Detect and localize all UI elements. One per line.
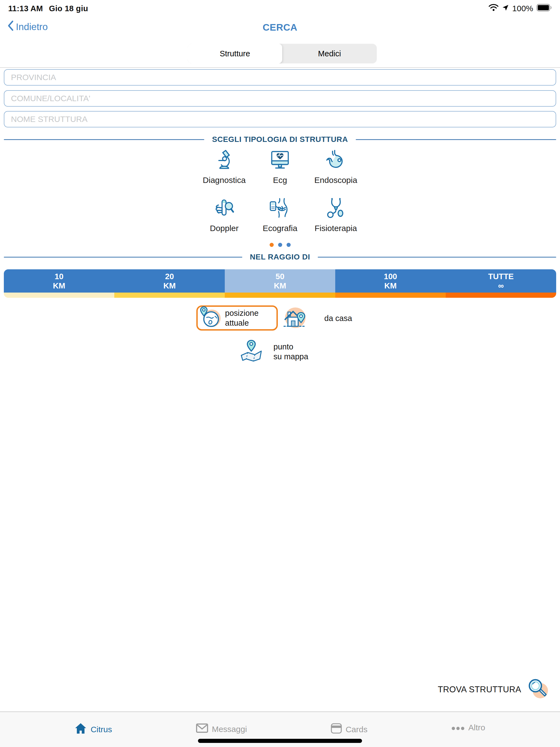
trova-struttura-button[interactable]: TROVA STRUTTURA (438, 677, 549, 702)
type-item-doppler[interactable]: Doppler (196, 196, 252, 233)
radius-value: 20 (165, 272, 174, 281)
ecg-monitor-icon (269, 148, 291, 172)
nav-divider (0, 67, 560, 68)
stethoscope-icon (324, 196, 347, 221)
radius-unit: KM (163, 281, 176, 290)
header-line-right (356, 139, 556, 140)
tab-strutture[interactable]: Strutture (187, 44, 282, 63)
section-header-raggio: NEL RAGGIO DI (4, 253, 556, 261)
type-item-ecografia[interactable]: Ecografia (252, 196, 308, 233)
type-item-endoscopia[interactable]: Endoscopia (308, 148, 364, 185)
da-casa-label: da casa (324, 314, 352, 323)
radius-value: 10 (55, 272, 63, 281)
punto-su-mappa-line1: punto (274, 342, 308, 352)
type-label: Diagnostica (203, 176, 246, 185)
pager-dot (278, 243, 282, 247)
location-option-da-casa[interactable]: da casa (281, 305, 352, 331)
battery-icon (536, 4, 552, 14)
type-item-ecg[interactable]: Ecg (252, 148, 308, 185)
location-arrow-icon (502, 4, 509, 13)
credit-card-icon (331, 723, 342, 736)
type-pager[interactable] (0, 243, 560, 247)
status-bar: 11:13 AM Gio 18 giu 100% (0, 0, 560, 15)
radius-unit: ∞ (498, 281, 504, 290)
radius-option-100km[interactable]: 100 KM (335, 269, 446, 292)
tab-label: Citrus (91, 725, 112, 734)
pager-dot-active (270, 243, 274, 247)
globe-pin-icon (199, 306, 222, 330)
home-icon (75, 723, 87, 736)
radius-value: 100 (384, 272, 397, 281)
type-label: Ecg (273, 176, 287, 185)
header-line-right (318, 257, 556, 258)
location-option-punto-su-mappa[interactable]: punto su mappa (238, 340, 308, 364)
vessel-magnifier-icon (213, 196, 236, 221)
home-indicator[interactable] (198, 739, 362, 743)
type-item-fisioterapia[interactable]: Fisioterapia (308, 196, 364, 233)
tab-label: Altro (468, 723, 485, 732)
provincia-input[interactable] (4, 69, 556, 85)
radius-unit: KM (274, 281, 286, 290)
radius-value: 50 (276, 272, 284, 281)
microscope-icon (213, 148, 236, 172)
page-title: CERCA (0, 22, 560, 33)
section-title-tipologia: SCEGLI TIPOLOGIA DI STRUTTURA (212, 135, 348, 144)
trova-struttura-label: TROVA STRUTTURA (438, 685, 521, 695)
tab-cards[interactable]: Cards (331, 723, 367, 736)
radius-option-20km[interactable]: 20 KM (114, 269, 225, 292)
type-label: Endoscopia (314, 176, 357, 185)
tab-medici[interactable]: Medici (282, 44, 377, 63)
envelope-icon (196, 723, 208, 735)
type-label: Doppler (210, 224, 238, 233)
header-line-left (4, 139, 204, 140)
nome-struttura-input[interactable] (4, 111, 556, 127)
radius-unit: KM (384, 281, 397, 290)
house-pin-icon (281, 305, 308, 331)
magnifier-icon (526, 677, 549, 702)
section-header-tipologia: SCEGLI TIPOLOGIA DI STRUTTURA (4, 135, 556, 144)
posizione-attuale-line2: attuale (225, 318, 259, 328)
type-label: Fisioterapia (314, 224, 357, 233)
tab-messaggi[interactable]: Messaggi (196, 723, 247, 735)
type-grid: Diagnostica Ecg Endoscopia (196, 148, 364, 233)
type-item-diagnostica[interactable]: Diagnostica (196, 148, 252, 185)
radius-value: TUTTE (488, 272, 513, 281)
radius-option-tutte[interactable]: TUTTE ∞ (446, 269, 556, 292)
wifi-icon (488, 4, 499, 14)
radius-option-50km[interactable]: 50 KM (225, 269, 335, 292)
location-option-posizione-attuale[interactable]: posizione attuale (196, 305, 278, 331)
type-label: Ecografia (263, 224, 298, 233)
comune-localita-input[interactable] (4, 90, 556, 107)
radius-color-strip (4, 292, 556, 298)
pager-dot (286, 243, 291, 247)
status-time: 11:13 AM (8, 4, 43, 13)
ultrasound-belly-icon (269, 196, 291, 221)
battery-percent: 100% (512, 4, 533, 13)
map-pin-icon (238, 340, 264, 364)
tab-label: Messaggi (212, 725, 247, 734)
stomach-icon (324, 148, 347, 172)
tab-altro[interactable]: Altro (452, 723, 485, 732)
header-line-left (4, 257, 242, 258)
tab-citrus[interactable]: Citrus (75, 723, 112, 736)
ellipsis-icon (452, 723, 464, 732)
segmented-control: Strutture Medici (187, 44, 377, 63)
posizione-attuale-line1: posizione (225, 308, 259, 318)
status-date: Gio 18 giu (49, 4, 88, 13)
radius-selector: 10 KM 20 KM 50 KM 100 KM TUTTE ∞ (4, 269, 556, 298)
radius-unit: KM (53, 281, 65, 290)
section-title-raggio: NEL RAGGIO DI (250, 253, 310, 261)
tab-label: Cards (346, 725, 367, 734)
punto-su-mappa-line2: su mappa (274, 352, 308, 361)
radius-option-10km[interactable]: 10 KM (4, 269, 114, 292)
